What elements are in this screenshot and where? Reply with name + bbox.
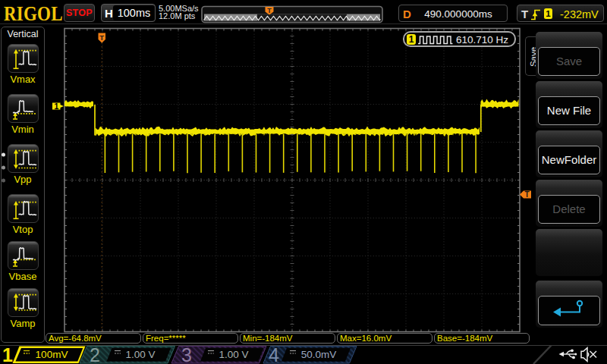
svg-text:3: 3	[181, 345, 192, 364]
svg-text:2: 2	[90, 345, 100, 364]
svg-text:1: 1	[2, 345, 13, 364]
svg-text:T: T	[524, 190, 529, 199]
svg-text:100mV: 100mV	[36, 349, 68, 360]
svg-text:1.00 V: 1.00 V	[219, 349, 248, 360]
svg-text:50.0mV: 50.0mV	[301, 349, 337, 360]
svg-text:T: T	[99, 33, 104, 42]
svg-text:1.00 V: 1.00 V	[125, 349, 155, 360]
svg-text:4: 4	[269, 345, 279, 364]
svg-text:T: T	[267, 7, 272, 14]
svg-text:1: 1	[55, 102, 59, 111]
